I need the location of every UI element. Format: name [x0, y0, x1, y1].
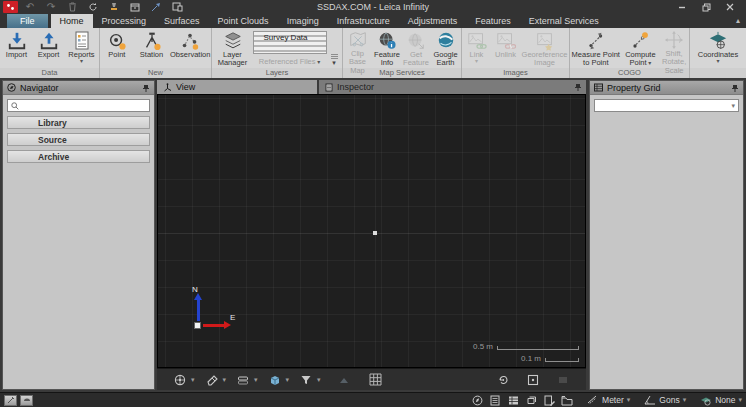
- link-image-icon: [467, 30, 487, 51]
- restore-button[interactable]: [700, 2, 712, 12]
- tab-point-clouds[interactable]: Point Clouds: [209, 14, 278, 28]
- window-controls: [676, 2, 746, 12]
- google-earth-button[interactable]: Google Earth: [430, 29, 461, 68]
- new-point-button[interactable]: Point: [100, 29, 134, 68]
- export-label: Export: [38, 51, 60, 59]
- status-tool-button-2[interactable]: [20, 395, 33, 406]
- layer-gallery[interactable]: Survey Data: [253, 31, 327, 54]
- filter-dropdown-icon[interactable]: ▾: [317, 376, 321, 384]
- layer-gallery-dropdown-icon[interactable]: ▾: [332, 60, 336, 66]
- layer-manager-button[interactable]: Layer Manager: [214, 29, 252, 68]
- window-layout-icon[interactable]: [171, 1, 183, 13]
- navigator-section-archive[interactable]: Archive: [7, 150, 150, 163]
- archive-icon[interactable]: [129, 1, 141, 13]
- search-input[interactable]: [22, 100, 146, 111]
- grid-toggle[interactable]: [369, 373, 383, 387]
- tab-view[interactable]: View: [157, 80, 317, 94]
- get-feature-label: Get Feature: [402, 51, 430, 68]
- app-logo-button[interactable]: [3, 1, 18, 13]
- import-button[interactable]: Import: [1, 29, 33, 68]
- display-settings-dropdown-icon[interactable]: ▾: [286, 376, 290, 384]
- inspector-tab-icon: [325, 83, 333, 92]
- layers-toggle-icon[interactable]: [525, 394, 537, 406]
- get-feature-icon: [406, 30, 426, 51]
- property-object-selector[interactable]: ▾: [594, 99, 739, 112]
- point-icon: [107, 30, 127, 51]
- distance-unit-dropdown[interactable]: Meter ▾: [587, 394, 630, 406]
- tab-surfaces[interactable]: Surfaces: [155, 14, 209, 28]
- navigator-pin-icon[interactable]: [142, 84, 150, 92]
- refresh-icon[interactable]: [87, 1, 99, 13]
- tab-inspector[interactable]: Inspector: [319, 80, 586, 94]
- axis-indicator: N E: [190, 285, 250, 345]
- property-grid-header: Property Grid: [590, 81, 743, 95]
- view-tab-label: View: [176, 82, 195, 92]
- ribbon-group-layers: Layer Manager Survey Data Referenced Fil…: [212, 28, 343, 78]
- google-earth-label: Google Earth: [430, 51, 461, 68]
- new-station-button[interactable]: Station: [134, 29, 170, 68]
- coordinate-system-dropdown[interactable]: None ▾: [700, 394, 742, 406]
- snap-tool[interactable]: ▾: [236, 373, 258, 387]
- compute-point-label: Compute Point: [622, 51, 660, 68]
- view-mode-dropdown-icon[interactable]: ▾: [191, 376, 195, 384]
- navigator-toggle-icon[interactable]: [471, 394, 483, 406]
- point-label: Point: [108, 51, 125, 59]
- get-feature-button: Get Feature: [402, 29, 430, 68]
- angle-unit-dropdown[interactable]: Gons ▾: [644, 394, 686, 406]
- navigator-search[interactable]: [7, 99, 150, 112]
- view-tab-icon: [163, 83, 172, 92]
- status-bar-right: Meter ▾ Gons ▾ None ▾: [471, 394, 742, 406]
- coordinate-system-value: None: [715, 395, 735, 405]
- tab-external-services[interactable]: External Services: [520, 14, 608, 28]
- layer-gallery-scroll[interactable]: ▾: [328, 29, 341, 68]
- tab-infrastructure[interactable]: Infrastructure: [328, 14, 399, 28]
- reports-button[interactable]: Reports: [65, 29, 99, 68]
- report-toggle-icon[interactable]: [543, 394, 555, 406]
- import-icon: [7, 30, 27, 51]
- tab-features[interactable]: Features: [466, 14, 520, 28]
- tab-imaging[interactable]: Imaging: [278, 14, 328, 28]
- ribbon-group-coordinates: Coordinates: [690, 28, 746, 78]
- view-mode-tool[interactable]: ▾: [173, 373, 195, 387]
- display-settings-tool[interactable]: ▾: [268, 373, 290, 387]
- measure-point-to-point-button[interactable]: Measure Point to Point: [570, 29, 622, 68]
- measure-tool-disabled: [337, 373, 351, 387]
- navigator-section-library[interactable]: Library: [7, 116, 150, 129]
- navigator-section-source[interactable]: Source: [7, 133, 150, 146]
- reset-rotation-button[interactable]: [496, 373, 510, 387]
- new-observation-button[interactable]: Observation: [169, 29, 211, 68]
- scale-bar-minor: 0.1 m: [521, 355, 579, 362]
- select-tool[interactable]: ▾: [205, 373, 227, 387]
- grid-view-toggle-icon[interactable]: [507, 394, 519, 406]
- coordinates-button[interactable]: Coordinates: [693, 29, 743, 68]
- inspector-toggle-icon[interactable]: [489, 394, 501, 406]
- tab-adjustments[interactable]: Adjustments: [399, 14, 467, 28]
- feature-info-button[interactable]: Feature Info: [372, 29, 402, 68]
- snap-tool-dropdown-icon[interactable]: ▾: [254, 376, 258, 384]
- link-dropdown-icon: [475, 59, 478, 64]
- filter-tool[interactable]: ▾: [299, 373, 321, 387]
- navigator-icon: [7, 83, 16, 92]
- compute-point-button[interactable]: Compute Point: [622, 29, 660, 68]
- property-grid-pin-icon[interactable]: [731, 84, 739, 92]
- export-button[interactable]: Export: [33, 29, 65, 68]
- workspace-pin-icon[interactable]: [574, 83, 582, 91]
- georeference-image-icon: [535, 30, 555, 51]
- ribbon-collapse-icon[interactable]: ▴: [736, 14, 740, 28]
- stamp-tool-icon[interactable]: [108, 1, 120, 13]
- basemap-toggle-icon[interactable]: [561, 394, 573, 406]
- zoom-extents-button[interactable]: [526, 373, 540, 387]
- import-label: Import: [6, 51, 27, 59]
- minimize-button[interactable]: [676, 2, 688, 12]
- select-tool-dropdown-icon[interactable]: ▾: [223, 376, 227, 384]
- snap-tool-icon: [236, 373, 250, 387]
- send-pin-icon[interactable]: [150, 1, 162, 13]
- tab-processing[interactable]: Processing: [93, 14, 156, 28]
- coordinates-dropdown-icon: [716, 59, 719, 64]
- georeference-image-button: Georeference Image: [521, 29, 569, 68]
- tab-file[interactable]: File: [7, 14, 48, 28]
- tab-home[interactable]: Home: [51, 14, 93, 28]
- close-button[interactable]: [724, 2, 736, 12]
- status-tool-button-1[interactable]: [4, 395, 17, 406]
- map-canvas[interactable]: N E 0.5 m 0.1 m: [157, 94, 586, 368]
